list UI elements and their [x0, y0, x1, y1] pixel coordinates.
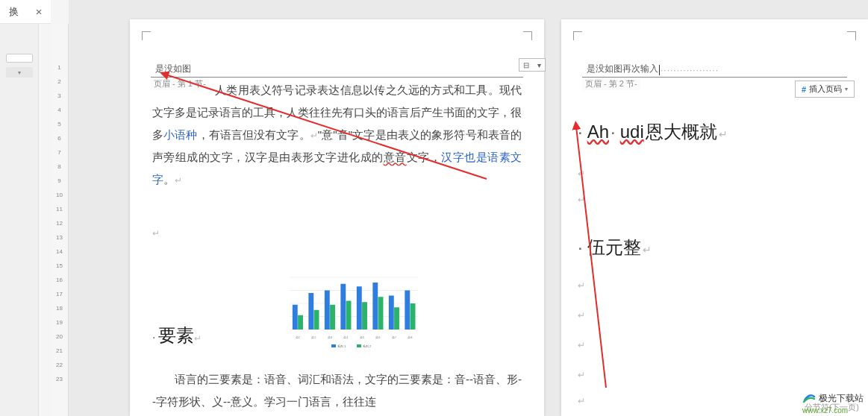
nav-panel: ▾ [0, 24, 39, 416]
svg-rect-9 [314, 310, 319, 330]
svg-rect-27 [410, 303, 416, 330]
header-layout-icon: ⊟ [523, 61, 529, 69]
paragraph-mark: ↵ [578, 195, 585, 205]
brand-url: www.xz7.com [802, 406, 864, 415]
nav-thumbnail[interactable] [6, 54, 33, 63]
paragraph-mark: ↵ [578, 168, 585, 179]
svg-rect-6 [298, 315, 303, 330]
svg-rect-17 [357, 286, 362, 330]
svg-text:类6: 类6 [375, 335, 381, 339]
header-text: 是没如图再次输入 [587, 63, 658, 75]
header-leader-dots: ·················· [661, 65, 843, 75]
text-run: 语言的三要素是：语音、词汇和语法，文字的三要素是：音--语音、形--字符形状、义… [152, 373, 522, 408]
paragraph-mark: ↵ [578, 310, 585, 321]
paragraph-mark: ↵ [175, 175, 182, 186]
heading-line-2[interactable]: · 伍元整↵ [578, 236, 652, 259]
brand-name: 极光下载站 [819, 392, 864, 405]
toolbar-fragment: 换 × [0, 0, 51, 24]
svg-rect-31 [357, 344, 361, 347]
brand-logo-icon [802, 391, 816, 405]
text-run: 文字， [407, 151, 441, 163]
text-run: ，有语言但没有文字。 [198, 128, 310, 141]
svg-rect-26 [405, 291, 410, 330]
margin-corner [573, 31, 582, 40]
svg-rect-24 [394, 307, 399, 330]
svg-text:类1: 类1 [296, 335, 301, 339]
heading-line-1[interactable]: · Ah·udi 恩大概就↵ [578, 120, 728, 144]
svg-rect-29 [331, 344, 336, 347]
watermark: 极光下载站 www.xz7.com [802, 391, 864, 415]
page-1: 是没如图 ⊟ ▾ 页眉 - 第 1 节- 页眉-第1节- 人类用表义符号记录表达… [130, 19, 544, 416]
bullet-icon: · [578, 237, 583, 258]
margin-corner [523, 31, 532, 40]
page-number-icon: # [802, 85, 806, 94]
margin-corner [142, 31, 151, 40]
button-label: 插入页码 [809, 83, 842, 95]
embedded-chart[interactable]: 类1类2类3类4类5类6类7类8系列 1系列 2 [279, 267, 428, 349]
header-section-label: 页眉 - 第 2 节- [582, 78, 640, 90]
heading-block[interactable]: ·要素↵ [152, 324, 202, 347]
paragraph-mark: ↵ [578, 280, 585, 291]
text-run: 。 [163, 173, 175, 186]
bullet-icon: · [152, 331, 155, 344]
text-run: Ah [587, 122, 609, 142]
paragraph-mark: ↵ [719, 128, 728, 140]
vertical-ruler: 1234567891011121314151617181920212223 [51, 24, 69, 416]
paragraph-mark: ↵ [152, 228, 160, 239]
paragraph-mark: ↵ [578, 370, 585, 380]
heading-text: 要素 [158, 325, 194, 345]
svg-text:类8: 类8 [408, 335, 413, 339]
svg-rect-11 [325, 291, 330, 330]
margin-corner [847, 31, 856, 40]
text-run: udi [620, 122, 644, 142]
hyperlink[interactable]: 小语种 [163, 128, 197, 141]
svg-rect-15 [346, 301, 352, 330]
svg-text:类5: 类5 [360, 335, 365, 339]
page-header[interactable]: 是没如图再次输入 ·················· [582, 63, 847, 78]
paragraph-2[interactable]: 语言的三要素是：语音、词汇和语法，文字的三要素是：音--语音、形--字符形状、义… [152, 368, 522, 413]
svg-text:系列 2: 系列 2 [363, 344, 372, 348]
insert-page-number-button[interactable]: # 插入页码 ▾ [795, 81, 855, 98]
bullet-icon: · [611, 122, 616, 142]
paragraph-mark: ↵ [578, 340, 585, 350]
svg-text:类4: 类4 [343, 335, 349, 339]
close-icon[interactable]: × [36, 5, 43, 18]
svg-text:类2: 类2 [311, 335, 316, 339]
text-run: "意"音" [318, 128, 352, 141]
svg-rect-12 [330, 305, 335, 330]
paragraph-mark: ↵ [310, 130, 318, 141]
svg-text:类3: 类3 [328, 335, 333, 339]
header-options-button[interactable]: ⊟ ▾ [519, 58, 546, 72]
svg-rect-21 [378, 297, 384, 330]
svg-rect-5 [293, 305, 298, 330]
chevron-down-icon: ▾ [845, 86, 848, 92]
text-run: 恩大概就 [646, 120, 717, 144]
paragraph-1[interactable]: 页眉-第1节- 人类用表义符号记录表达信息以传之久远的方式和工具。现代文字多是记… [152, 79, 522, 191]
paragraph-mark: ↵ [194, 333, 202, 344]
svg-rect-14 [340, 284, 346, 330]
svg-text:系列 1: 系列 1 [337, 344, 346, 348]
svg-text:类7: 类7 [392, 335, 397, 339]
page-header[interactable]: 是没如图 [151, 63, 523, 78]
text-run: 伍元整 [587, 236, 641, 259]
chevron-down-icon: ▾ [537, 61, 541, 69]
svg-rect-8 [308, 293, 313, 330]
svg-rect-18 [362, 302, 367, 330]
svg-rect-20 [372, 283, 378, 330]
bullet-icon: · [578, 122, 583, 142]
paragraph-mark: ↵ [643, 244, 652, 256]
page-2: 是没如图再次输入 ·················· 页眉 - 第 2 节- … [561, 19, 868, 416]
text-run: 意音 [384, 151, 407, 163]
replace-label[interactable]: 换 [9, 5, 19, 19]
nav-dropdown[interactable]: ▾ [6, 67, 33, 78]
text-cursor [659, 65, 660, 75]
paragraph-mark: ↵ [578, 396, 585, 406]
header-text: 是没如图 [155, 63, 191, 75]
document-workspace: 是没如图 ⊟ ▾ 页眉 - 第 1 节- 页眉-第1节- 人类用表义符号记录表达… [69, 0, 868, 416]
svg-rect-23 [389, 296, 394, 330]
